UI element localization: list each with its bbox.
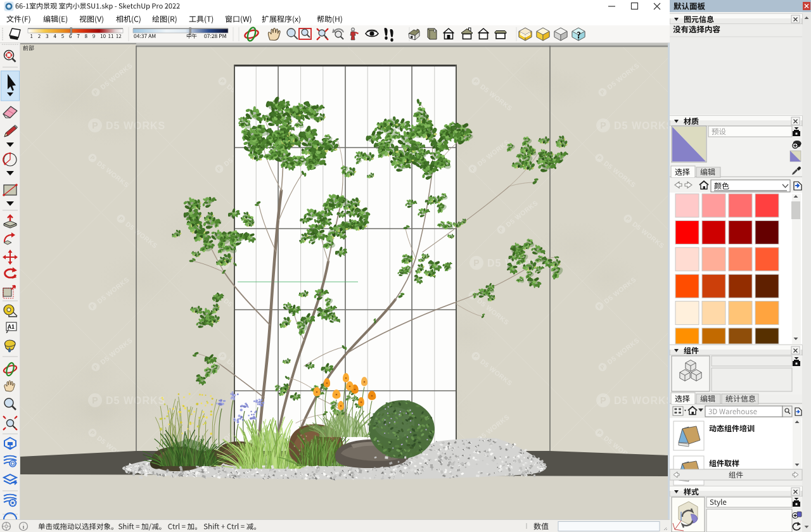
- svg-text:P: P: [600, 120, 606, 130]
- svg-text:D5 WORKS: D5 WORKS: [106, 395, 165, 406]
- svg-text:P: P: [600, 395, 606, 405]
- svg-text:D5 WORKS: D5 WORKS: [614, 395, 670, 406]
- svg-text:P: P: [92, 395, 98, 405]
- svg-text:D5 WORKS: D5 WORKS: [614, 120, 670, 131]
- svg-text:P: P: [92, 120, 98, 130]
- svg-text:P: P: [473, 258, 479, 268]
- svg-text:D5 WORKS: D5 WORKS: [106, 120, 165, 131]
